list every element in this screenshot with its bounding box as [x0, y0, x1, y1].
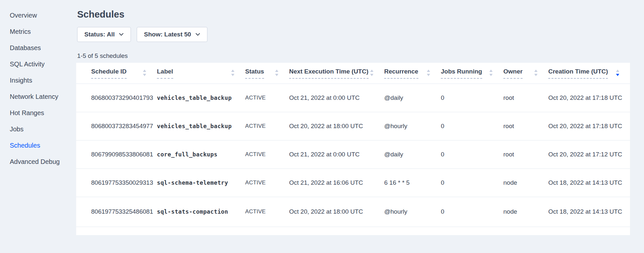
chevron-down-icon: [195, 33, 200, 36]
table-row: 806197753325486081 sql-stats-compaction …: [76, 197, 630, 227]
owner-cell: root: [503, 140, 548, 168]
jobs-running-cell: 0: [441, 197, 503, 227]
sidebar-item-overview[interactable]: Overview: [0, 7, 76, 23]
schedule-id-cell: 806197753325486081: [76, 197, 157, 227]
show-filter-dropdown[interactable]: Show: Latest 50: [137, 27, 207, 42]
sort-icon[interactable]: [143, 69, 147, 78]
creation-time-cell: Oct 20, 2022 at 17:18 UTC: [548, 84, 630, 112]
sort-icon[interactable]: [370, 69, 374, 78]
jobs-running-cell: 0: [441, 140, 503, 168]
sidebar-item-databases[interactable]: Databases: [0, 40, 76, 56]
recurrence-cell: @daily: [384, 84, 441, 112]
recurrence-cell: @daily: [384, 140, 441, 168]
schedule-id-cell: 806800373290401793: [76, 84, 157, 112]
owner-cell: node: [503, 197, 548, 227]
sort-icon[interactable]: [489, 69, 493, 78]
schedules-table: Schedule ID Label Status Next Execution …: [76, 63, 630, 227]
next-execution-cell: Oct 21, 2022 at 0:00 UTC: [289, 140, 384, 168]
next-execution-cell: Oct 20, 2022 at 18:00 UTC: [289, 112, 384, 140]
sort-icon[interactable]: [616, 69, 620, 78]
sidebar-item-metrics[interactable]: Metrics: [0, 23, 76, 40]
sidebar-item-network-latency[interactable]: Network Latency: [0, 88, 76, 105]
recurrence-cell: @hourly: [384, 197, 441, 227]
table-row: 806799098533806081 core_full_backups ACT…: [76, 140, 630, 168]
filter-bar: Status: All Show: Latest 50: [76, 27, 630, 42]
next-execution-cell: Oct 21, 2022 at 0:00 UTC: [289, 84, 384, 112]
column-header-creation-time[interactable]: Creation Time (UTC): [548, 63, 630, 84]
chevron-down-icon: [119, 33, 124, 36]
next-execution-cell: Oct 21, 2022 at 16:06 UTC: [289, 168, 384, 197]
sidebar-item-schedules[interactable]: Schedules: [0, 137, 76, 153]
status-filter-label: Status: All: [84, 31, 115, 38]
column-header-jobs-running[interactable]: Jobs Running: [441, 63, 503, 84]
main-content: Schedules Status: All Show: Latest 50 1-…: [76, 0, 630, 235]
sort-icon[interactable]: [427, 69, 430, 78]
column-header-recurrence[interactable]: Recurrence: [384, 63, 441, 84]
page-title: Schedules: [76, 8, 630, 20]
status-cell: ACTIVE: [245, 84, 289, 112]
creation-time-cell: Oct 18, 2022 at 14:13 UTC: [548, 197, 630, 227]
schedule-label-cell: sql-stats-compaction: [157, 197, 245, 227]
status-cell: ACTIVE: [245, 140, 289, 168]
table-row: 806197753350029313 sql-schema-telemetry …: [76, 168, 630, 197]
column-header-owner[interactable]: Owner: [503, 63, 548, 84]
column-header-label[interactable]: Label: [157, 63, 245, 84]
sort-icon[interactable]: [231, 69, 235, 78]
sidebar-item-sql-activity[interactable]: SQL Activity: [0, 56, 76, 72]
owner-cell: root: [503, 84, 548, 112]
column-header-schedule-id[interactable]: Schedule ID: [76, 63, 157, 84]
sidebar-item-insights[interactable]: Insights: [0, 72, 76, 88]
status-cell: ACTIVE: [245, 197, 289, 227]
owner-cell: node: [503, 168, 548, 197]
sort-icon[interactable]: [534, 69, 538, 78]
column-header-status[interactable]: Status: [245, 63, 289, 84]
schedules-table-card: Schedule ID Label Status Next Execution …: [76, 63, 630, 235]
recurrence-cell: @hourly: [384, 112, 441, 140]
table-header-row: Schedule ID Label Status Next Execution …: [76, 63, 630, 84]
jobs-running-cell: 0: [441, 84, 503, 112]
next-execution-cell: Oct 20, 2022 at 18:00 UTC: [289, 197, 384, 227]
schedule-id-cell: 806799098533806081: [76, 140, 157, 168]
sidebar-item-hot-ranges[interactable]: Hot Ranges: [0, 105, 76, 121]
table-row: 806800373290401793 vehicles_table_backup…: [76, 84, 630, 112]
status-cell: ACTIVE: [245, 112, 289, 140]
schedule-label-cell: vehicles_table_backup: [157, 112, 245, 140]
sidebar: Overview Metrics Databases SQL Activity …: [0, 0, 76, 253]
results-summary: 1-5 of 5 schedules: [76, 52, 630, 60]
schedule-label-cell: core_full_backups: [157, 140, 245, 168]
creation-time-cell: Oct 20, 2022 at 17:18 UTC: [548, 112, 630, 140]
schedule-id-cell: 806800373283454977: [76, 112, 157, 140]
schedule-label-cell: sql-schema-telemetry: [157, 168, 245, 197]
column-header-next-execution-time[interactable]: Next Execution Time (UTC): [289, 63, 384, 84]
sort-icon[interactable]: [275, 69, 279, 78]
jobs-running-cell: 0: [441, 112, 503, 140]
show-filter-label: Show: Latest 50: [144, 31, 191, 38]
status-filter-dropdown[interactable]: Status: All: [77, 27, 131, 42]
schedule-id-cell: 806197753350029313: [76, 168, 157, 197]
table-row: 806800373283454977 vehicles_table_backup…: [76, 112, 630, 140]
recurrence-cell: 6 16 * * 5: [384, 168, 441, 197]
owner-cell: root: [503, 112, 548, 140]
sidebar-item-jobs[interactable]: Jobs: [0, 121, 76, 137]
status-cell: ACTIVE: [245, 168, 289, 197]
sidebar-item-advanced-debug[interactable]: Advanced Debug: [0, 153, 76, 170]
jobs-running-cell: 0: [441, 168, 503, 197]
creation-time-cell: Oct 20, 2022 at 17:12 UTC: [548, 140, 630, 168]
schedule-label-cell: vehicles_table_backup: [157, 84, 245, 112]
creation-time-cell: Oct 18, 2022 at 14:13 UTC: [548, 168, 630, 197]
